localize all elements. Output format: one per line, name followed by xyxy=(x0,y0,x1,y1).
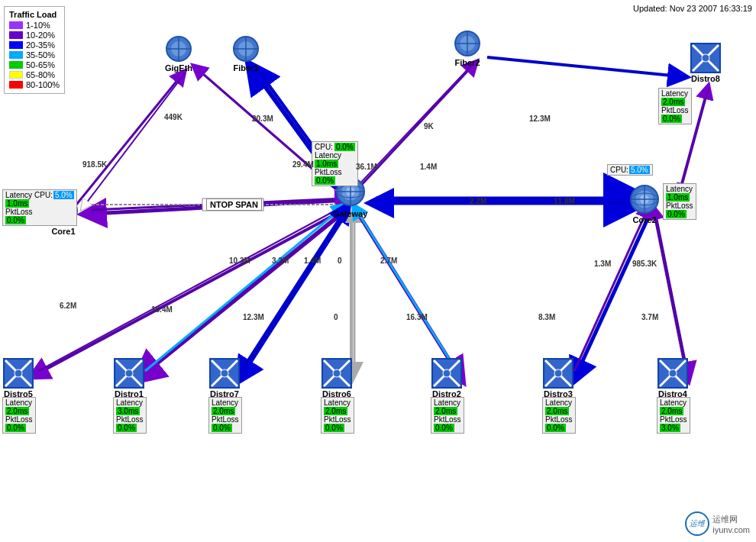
watermark-icon: 运维 xyxy=(685,511,709,536)
watermark-icon-label: 运维网 xyxy=(712,514,750,525)
distro4-info: Latency 2.0ms PktLoss 3.0% xyxy=(657,397,690,434)
svg-point-83 xyxy=(443,369,451,377)
legend-label-3: 20-35% xyxy=(26,40,55,50)
distro1-icon xyxy=(113,357,145,389)
distro6-lat-val: 2.0ms xyxy=(324,407,347,415)
legend-item-4: 35-50% xyxy=(9,50,60,60)
distro4-node[interactable]: Distro4 xyxy=(657,357,689,398)
core2-lat-val: 1.0ms xyxy=(666,193,690,202)
svg-point-87 xyxy=(554,369,562,377)
distro6-pkt-val: 0.0% xyxy=(324,424,344,432)
svg-point-75 xyxy=(221,369,228,377)
distro7-icon xyxy=(208,357,241,389)
distro8-info: Latency 2.0ms PktLoss 0.0% xyxy=(658,88,692,124)
legend-item-1: 1-10% xyxy=(9,21,60,30)
link-label-9853k: 985.3K xyxy=(632,260,657,268)
core2-pkt-label: PktLoss xyxy=(666,202,693,210)
link-label-163m: 16.3M xyxy=(406,313,428,321)
distro3-icon xyxy=(542,357,574,389)
distro6-lat-label: Latency xyxy=(324,398,351,407)
distro8-icon xyxy=(690,42,722,74)
distro1-node[interactable]: Distro1 xyxy=(113,357,145,398)
distro8-node[interactable]: Distro8 xyxy=(690,42,722,83)
link-label-9k: 9K xyxy=(424,122,434,131)
core1-label: Core1 xyxy=(51,227,75,236)
link-label-123m-bot: 12.3M xyxy=(243,313,264,321)
fiber2-icon xyxy=(453,29,482,58)
distro5-pkt-label: PktLoss xyxy=(5,415,33,424)
svg-line-25 xyxy=(574,209,648,371)
legend-color-3 xyxy=(9,41,23,49)
svg-line-24 xyxy=(577,212,651,374)
distro7-node[interactable]: Distro7 xyxy=(208,357,241,398)
link-label-62m: 6.2M xyxy=(60,302,76,310)
core2-latency-info: Latency 1.0ms PktLoss 0.0% xyxy=(663,183,696,220)
core2-node[interactable]: Core2 xyxy=(628,183,661,224)
legend-item-5: 50-65% xyxy=(9,60,60,69)
link-label-0-top: 0 xyxy=(338,256,342,265)
gateway-pktloss-label: PktLoss xyxy=(315,168,355,176)
legend-label-7: 80-100% xyxy=(26,80,60,89)
distro7-lat-label: Latency xyxy=(212,398,239,407)
gigeth-label: GigEth xyxy=(165,63,192,73)
distro6-node[interactable]: Distro6 xyxy=(321,357,353,398)
distro3-node[interactable]: Distro3 xyxy=(542,357,574,398)
legend-label-4: 35-50% xyxy=(26,50,55,60)
svg-point-71 xyxy=(125,369,133,377)
distro5-node[interactable]: Distro5 xyxy=(2,357,34,398)
distro5-lat-label: Latency xyxy=(5,398,33,407)
core1-latency-info: Latency CPU: 5.0% 1.0ms PktLoss 0.0% xyxy=(2,189,77,226)
legend-item-2: 10-20% xyxy=(9,31,60,40)
distro1-pkt-val: 0.0% xyxy=(116,424,137,432)
legend-color-4 xyxy=(9,51,23,59)
distro8-label: Distro8 xyxy=(691,74,720,83)
svg-line-3 xyxy=(84,73,185,206)
legend-item-7: 80-100% xyxy=(9,80,60,89)
distro1-pkt-label: PktLoss xyxy=(116,415,144,424)
svg-line-19 xyxy=(241,210,345,371)
legend-color-1 xyxy=(9,21,23,29)
distro2-lat-val: 2.0ms xyxy=(434,407,457,415)
svg-point-79 xyxy=(333,369,341,377)
distro2-icon xyxy=(431,357,463,389)
distro8-lat-label: Latency xyxy=(661,89,689,98)
distro5-info: Latency 2.0ms PktLoss 0.0% xyxy=(2,397,36,434)
distro8-pkt-val: 0.0% xyxy=(661,115,682,123)
distro5-pkt-val: 0.0% xyxy=(5,424,26,432)
distro7-info: Latency 2.0ms PktLoss 0.0% xyxy=(208,397,242,434)
svg-line-23 xyxy=(356,209,457,371)
core2-pkt-val: 0.0% xyxy=(666,210,687,218)
core1-lat-val: 1.0ms xyxy=(5,199,29,208)
legend-color-2 xyxy=(9,31,23,39)
fiber2-node[interactable]: Fiber2 xyxy=(453,29,482,67)
main-canvas: Updated: Nov 23 2007 16:33:19 Traffic Lo… xyxy=(0,0,756,542)
svg-line-13 xyxy=(487,57,680,76)
link-label-103m: 10.3M xyxy=(229,256,250,265)
link-label-294m: 29.4M xyxy=(292,160,314,169)
legend-label-5: 50-65% xyxy=(26,60,55,69)
distro6-info: Latency 2.0ms PktLoss 0.0% xyxy=(321,397,354,434)
core2-cpu-label: CPU: xyxy=(610,166,628,174)
core2-label: Core2 xyxy=(632,215,656,224)
gateway-cpu-val: 0.0% xyxy=(334,143,355,151)
fiber1-label: Fiber1 xyxy=(233,63,258,73)
distro2-node[interactable]: Distro2 xyxy=(431,357,463,398)
fiber2-label: Fiber2 xyxy=(454,58,480,67)
watermark-text: 运维网 iyunv.com xyxy=(712,514,750,534)
core2-icon xyxy=(628,183,661,215)
link-label-14m-top: 1.4M xyxy=(420,163,437,171)
core1-cpu-label: CPU: xyxy=(34,191,53,199)
legend-item-6: 65-80% xyxy=(9,70,60,79)
svg-line-26 xyxy=(655,214,687,374)
gigeth-node[interactable]: GigEth xyxy=(164,34,193,73)
svg-line-14 xyxy=(37,210,344,374)
core2-info: CPU: 5.0% xyxy=(607,164,653,176)
distro4-pkt-val: 3.0% xyxy=(660,424,680,432)
link-label-32m: 3.2M xyxy=(272,256,289,265)
link-label-361m: 36.1M xyxy=(356,163,377,171)
distro4-lat-label: Latency xyxy=(660,398,687,407)
link-label-118m: 11.8M xyxy=(554,197,575,205)
svg-point-63 xyxy=(702,54,709,62)
distro1-lat-label: Latency xyxy=(116,398,144,407)
fiber1-node[interactable]: Fiber1 xyxy=(231,34,260,73)
